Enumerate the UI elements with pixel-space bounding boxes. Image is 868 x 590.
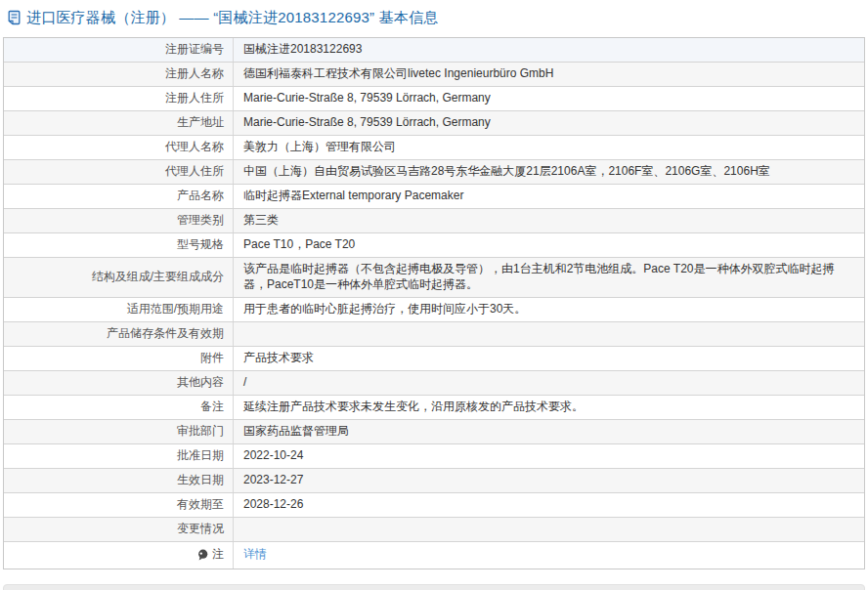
footer-bar [3,584,865,590]
table-row-intended-use: 适用范围/预期用途 用于患者的临时心脏起搏治疗，使用时间应小于30天。 [4,298,864,322]
row-label: 注册证编号 [4,38,234,62]
table-row-registrant-name: 注册人名称 德国利福泰科工程技术有限公司livetec Ingenieurbür… [4,63,864,87]
row-label: 其他内容 [4,371,234,395]
row-value: 2022-10-24 [234,444,864,468]
row-label: 产品名称 [4,185,234,208]
row-value: 详情 [234,542,864,569]
row-value: 国械注进20183122693 [234,38,864,62]
row-label: 变更情况 [4,518,234,541]
table-row-agent-name: 代理人名称 美敦力（上海）管理有限公司 [4,136,864,160]
page-header: 进口医疗器械（注册） —— “国械注进20183122693” 基本信息 [0,0,868,37]
row-value: / [234,371,864,395]
details-link[interactable]: 详情 [243,547,267,563]
row-value: 2023-12-27 [234,469,864,492]
row-label: 生效日期 [4,469,234,492]
table-row-cert-number: 注册证编号 国械注进20183122693 [4,38,864,63]
row-label: 产品储存条件及有效期 [4,322,234,346]
table-row-other-content: 其他内容 / [4,371,864,396]
table-row-model-spec: 型号规格 Pace T10，Pace T20 [4,233,864,258]
row-label: 代理人住所 [4,160,234,184]
document-icon [7,10,22,25]
row-label: 结构及组成/主要组成成分 [4,258,234,297]
table-row-remarks: 备注 延续注册产品技术要求未发生变化，沿用原核发的产品技术要求。 [4,396,864,420]
table-row-registrant-address: 注册人住所 Marie-Curie-Straße 8, 79539 Lörrac… [4,87,864,111]
table-row-production-address: 生产地址 Marie-Curie-Straße 8, 79539 Lörrach… [4,111,864,136]
row-label: 型号规格 [4,233,234,257]
table-row-product-name: 产品名称 临时起搏器External temporary Pacemaker [4,185,864,209]
table-row-effective-date: 生效日期 2023-12-27 [4,469,864,493]
page-title: 进口医疗器械（注册） —— “国械注进20183122693” 基本信息 [26,9,438,27]
row-label-text: 注 [212,547,224,563]
row-value: 临时起搏器External temporary Pacemaker [234,185,864,208]
row-value: Marie-Curie-Straße 8, 79539 Lörrach, Ger… [234,111,864,135]
table-row-storage-validity: 产品储存条件及有效期 [4,322,864,347]
row-value: 该产品是临时起搏器（不包含起搏电极及导管），由1台主机和2节电池组成。Pace … [234,258,864,297]
row-label: 有效期至 [4,493,234,517]
row-label: 适用范围/预期用途 [4,298,234,321]
table-row-agent-address: 代理人住所 中国（上海）自由贸易试验区马吉路28号东华金融大厦21层2106A室… [4,160,864,185]
row-value: 德国利福泰科工程技术有限公司livetec Ingenieurbüro GmbH [234,63,864,86]
row-value: 国家药品监督管理局 [234,420,864,443]
row-value: 用于患者的临时心脏起搏治疗，使用时间应小于30天。 [234,298,864,321]
row-label: 备注 [4,396,234,419]
table-row-approval-date: 批准日期 2022-10-24 [4,444,864,469]
row-label: 管理类别 [4,209,234,232]
page: 进口医疗器械（注册） —— “国械注进20183122693” 基本信息 注册证… [0,0,868,590]
row-value [234,322,864,346]
table-row-expiry-date: 有效期至 2028-12-26 [4,493,864,518]
row-value: 美敦力（上海）管理有限公司 [234,136,864,159]
table-row-attachment: 附件 产品技术要求 [4,347,864,371]
row-label: 注册人住所 [4,87,234,110]
row-label: 批准日期 [4,444,234,468]
table-row-note: 注 详情 [4,542,864,569]
row-value: 2028-12-26 [234,493,864,517]
row-label: 审批部门 [4,420,234,443]
registration-info-table: 注册证编号 国械注进20183122693 注册人名称 德国利福泰科工程技术有限… [3,37,865,569]
row-value: 产品技术要求 [234,347,864,370]
row-value: 第三类 [234,209,864,232]
table-row-approval-department: 审批部门 国家药品监督管理局 [4,420,864,444]
row-label: 代理人名称 [4,136,234,159]
row-label: 注册人名称 [4,63,234,86]
row-label: 附件 [4,347,234,370]
row-value [234,518,864,541]
row-value: Pace T10，Pace T20 [234,233,864,257]
row-value: Marie-Curie-Straße 8, 79539 Lörrach, Ger… [234,87,864,110]
row-value: 延续注册产品技术要求未发生变化，沿用原核发的产品技术要求。 [234,396,864,419]
row-label: 生产地址 [4,111,234,135]
row-label: 注 [4,542,234,569]
note-balloon-icon [197,549,208,562]
row-value: 中国（上海）自由贸易试验区马吉路28号东华金融大厦21层2106A室，2106F… [234,160,864,184]
table-row-structure-composition: 结构及组成/主要组成成分 该产品是临时起搏器（不包含起搏电极及导管），由1台主机… [4,258,864,298]
table-row-management-class: 管理类别 第三类 [4,209,864,233]
table-row-change-status: 变更情况 [4,518,864,542]
